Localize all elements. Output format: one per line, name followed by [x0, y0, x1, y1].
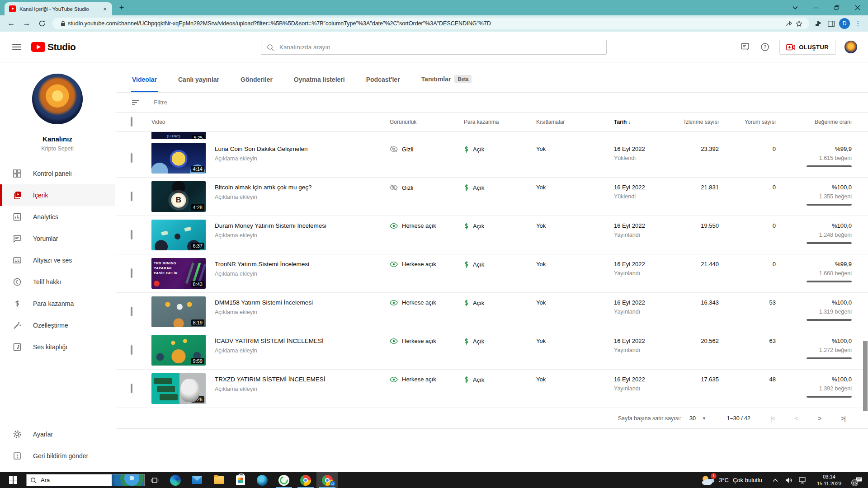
taskbar-edge-icon[interactable] [165, 472, 186, 488]
video-description-placeholder[interactable]: Açıklama ekleyin [215, 155, 308, 162]
browser-profile-avatar[interactable]: D [839, 18, 850, 29]
sidebar-item-comments[interactable]: Yorumlar [0, 228, 115, 249]
row-checkbox[interactable] [131, 345, 132, 355]
tab-live[interactable]: Canlı yayınlar [177, 76, 220, 92]
column-comments[interactable]: Yorum sayısı [719, 119, 776, 125]
tab-promotions[interactable]: TanıtımlarBeta [420, 75, 473, 92]
side-panel-icon[interactable] [825, 17, 837, 30]
sidebar-item-monetization[interactable]: Para kazanma [0, 293, 115, 314]
scrollbar-thumb[interactable] [863, 341, 868, 411]
video-thumbnail[interactable]: 4:28 [151, 181, 206, 212]
address-bar[interactable]: studio.youtube.com/channel/UChpqqktNr-xq… [52, 18, 809, 29]
taskbar-search-box[interactable]: Ara [26, 474, 145, 486]
browser-tab[interactable]: Kanal içeriği - YouTube Studio × [5, 2, 112, 15]
row-checkbox[interactable] [131, 268, 132, 278]
video-description-placeholder[interactable]: Açıklama ekleyin [215, 347, 324, 354]
back-button[interactable]: ← [5, 17, 18, 30]
table-row[interactable]: TRX MINING YAPARAK PASİF GELİR 8:43 Tron… [116, 254, 868, 293]
browser-menu-icon[interactable]: ⋮ [852, 17, 864, 30]
monetization-cell[interactable]: Açık [447, 370, 519, 384]
tab-search-chevron-icon[interactable] [785, 0, 806, 15]
table-row[interactable]: 3:26 TRXZD YATIRIM SİSTEMİ İNCELEMESİ Aç… [116, 370, 868, 408]
sidebar-item-send-feedback[interactable]: Geri bildirim gönder [0, 445, 115, 467]
sidebar-item-analytics[interactable]: Analytics [0, 206, 115, 228]
window-minimize-button[interactable] [806, 0, 826, 15]
rows-per-page-value[interactable]: 30 [689, 415, 696, 422]
video-thumbnail[interactable]: 8:19 [151, 296, 206, 327]
reload-button[interactable] [36, 17, 48, 30]
table-row[interactable]: 4:28 Bitcoin almak için artık çok mu geç… [116, 178, 868, 216]
row-checkbox[interactable] [131, 384, 132, 393]
video-title[interactable]: Duram Money Yatırım Sistemi İncelemesi [215, 222, 326, 229]
video-thumbnail[interactable]: 3:26 [151, 373, 206, 404]
video-description-placeholder[interactable]: Açıklama ekleyin [215, 386, 326, 392]
video-description-placeholder[interactable]: Açıklama ekleyin [215, 271, 309, 277]
row-checkbox[interactable] [131, 153, 132, 163]
sidebar-item-audio-library[interactable]: Ses kitaplığı [0, 336, 115, 358]
table-row[interactable]: 8:19 DMM158 Yatırım Sistemi İncelemesi A… [116, 293, 868, 331]
video-description-placeholder[interactable]: Açıklama ekleyin [215, 194, 312, 200]
new-tab-button[interactable]: + [116, 2, 127, 14]
video-thumbnail[interactable]: 4:14 [151, 143, 206, 174]
studio-search-box[interactable]: Kanalınızda arayın [261, 40, 607, 55]
task-view-button[interactable] [145, 472, 165, 488]
first-page-button[interactable]: |< [770, 415, 775, 422]
video-title[interactable]: İCADV YATIRIM SİSTEMİ İNCELEMESİ [215, 338, 324, 344]
monetization-cell[interactable]: Açık [447, 293, 519, 307]
video-title[interactable]: TRXZD YATIRIM SİSTEMİ İNCELEMESİ [215, 376, 326, 383]
column-video[interactable]: Video [151, 119, 373, 125]
video-description-placeholder[interactable]: Açıklama ekleyin [215, 309, 313, 315]
sidebar-item-settings[interactable]: Ayarlar [0, 423, 115, 445]
video-title[interactable]: DMM158 Yatırım Sistemi İncelemesi [215, 299, 313, 306]
sidebar-item-customization[interactable]: Özelleştirme [0, 314, 115, 336]
visibility-cell[interactable]: Herkese açık [373, 216, 447, 229]
video-thumbnail[interactable]: 9:59 [151, 335, 206, 366]
visibility-cell[interactable]: Herkese açık [373, 331, 447, 344]
row-checkbox[interactable] [131, 307, 132, 316]
video-title[interactable]: Bitcoin almak için artık çok mu geç? [215, 184, 312, 191]
column-views[interactable]: İzlenme sayısı [665, 119, 719, 125]
tab-playlists[interactable]: Oynatma listeleri [293, 76, 346, 92]
taskbar-mail-icon[interactable] [186, 472, 208, 488]
channel-avatar[interactable] [32, 74, 83, 124]
feedback-message-icon[interactable] [740, 42, 750, 52]
visibility-cell[interactable]: Herkese açık [373, 293, 447, 306]
row-checkbox[interactable] [131, 230, 132, 239]
sidebar-item-dashboard[interactable]: Kontrol paneli [0, 163, 115, 184]
start-button[interactable] [0, 472, 26, 488]
video-title[interactable]: TronNR Yatırım Sistemi İncelemesi [215, 261, 309, 267]
visibility-cell[interactable]: Gizli [373, 139, 447, 153]
taskbar-app-blue-circle-icon[interactable] [251, 472, 273, 488]
visibility-cell[interactable]: Herkese açık [373, 370, 447, 383]
select-all-checkbox[interactable] [131, 117, 132, 127]
sidebar-item-subtitles[interactable]: Altyazı ve ses [0, 249, 115, 271]
partial-video-row[interactable]: (LUNC) 5:25 [116, 132, 868, 139]
monetization-cell[interactable]: Açık [447, 216, 519, 230]
tab-podcasts[interactable]: Podcast'ler [365, 76, 401, 92]
taskbar-app-green-circle-icon[interactable] [273, 472, 295, 488]
action-center-button[interactable]: 15 [850, 472, 868, 488]
column-monetization[interactable]: Para kazanma [447, 119, 519, 125]
volume-icon[interactable] [782, 472, 796, 488]
last-page-button[interactable]: >| [841, 415, 845, 422]
window-close-button[interactable] [847, 0, 868, 15]
share-icon[interactable] [784, 19, 794, 28]
forward-button[interactable]: → [20, 17, 33, 30]
extensions-icon[interactable] [812, 17, 825, 30]
taskbar-weather[interactable]: 1 3°C Çok bulutlu [701, 475, 762, 485]
monetization-cell[interactable]: Açık [447, 139, 519, 153]
column-likes[interactable]: Beğenme oranı [776, 119, 852, 125]
window-restore-button[interactable] [826, 0, 847, 15]
sidebar-item-content[interactable]: İçerik [0, 184, 115, 206]
filter-bar[interactable]: Filtre [116, 93, 868, 113]
previous-page-button[interactable]: < [795, 415, 798, 422]
next-page-button[interactable]: > [818, 415, 821, 422]
table-row[interactable]: 4:14 Luna Coin Son Dakika Gelişmeleri Aç… [116, 139, 868, 178]
video-title[interactable]: Luna Coin Son Dakika Gelişmeleri [215, 145, 308, 152]
visibility-cell[interactable]: Herkese açık [373, 254, 447, 267]
monetization-cell[interactable]: Açık [447, 178, 519, 192]
taskbar-chrome-icon[interactable] [295, 472, 316, 488]
sidebar-item-copyright[interactable]: Telif hakkı [0, 271, 115, 293]
column-restrictions[interactable]: Kısıtlamalar [519, 119, 597, 125]
account-avatar[interactable] [844, 41, 857, 53]
